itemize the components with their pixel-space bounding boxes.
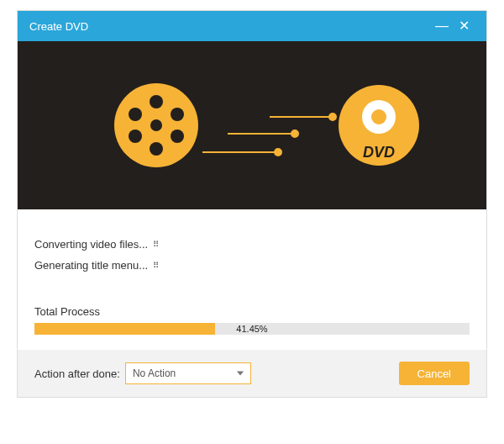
dialog-window: Create DVD — ✕ <box>17 10 487 398</box>
svg-point-1 <box>150 119 162 131</box>
progress-fill <box>34 323 215 335</box>
svg-point-7 <box>171 130 184 143</box>
select-value: No Action <box>133 367 176 379</box>
spinner-icon: ⠿ <box>153 261 158 270</box>
hero-illustration: DVD <box>18 41 486 209</box>
svg-point-11 <box>291 130 298 137</box>
progress-section: Total Process 41.45% <box>18 305 486 350</box>
action-after-done-label: Action after done: <box>34 367 120 380</box>
status-area: Converting video files... ⠿ Generating t… <box>18 209 486 305</box>
svg-point-13 <box>329 114 336 120</box>
progress-bar: 41.45% <box>34 323 470 335</box>
status-text: Generating title menu... <box>34 259 148 272</box>
close-button[interactable]: ✕ <box>453 19 475 33</box>
status-line-generating: Generating title menu... ⠿ <box>34 259 470 272</box>
svg-point-5 <box>171 108 184 121</box>
progress-label: Total Process <box>34 305 470 318</box>
progress-track: 41.45% <box>34 323 470 335</box>
footer-bar: Action after done: No Action Cancel <box>18 350 486 397</box>
svg-point-16 <box>371 109 386 124</box>
svg-point-4 <box>129 108 142 121</box>
chevron-down-icon <box>237 372 244 376</box>
progress-percent: 41.45% <box>236 323 267 335</box>
conversion-graphic: DVD <box>18 41 486 209</box>
dvd-disc-icon: DVD <box>339 85 419 166</box>
minimize-button[interactable]: — <box>431 19 453 33</box>
cancel-button[interactable]: Cancel <box>399 362 470 385</box>
status-text: Converting video files... <box>34 238 148 251</box>
spinner-icon: ⠿ <box>153 240 158 249</box>
window-title: Create DVD <box>29 20 431 33</box>
film-reel-icon <box>114 83 198 167</box>
action-after-done-select[interactable]: No Action <box>125 362 251 384</box>
svg-text:DVD: DVD <box>363 144 395 161</box>
svg-point-2 <box>150 95 163 108</box>
svg-point-3 <box>150 142 163 156</box>
svg-point-9 <box>275 149 281 156</box>
titlebar: Create DVD — ✕ <box>18 11 486 41</box>
svg-point-6 <box>129 130 142 143</box>
transfer-lines-icon <box>202 114 336 156</box>
status-line-converting: Converting video files... ⠿ <box>34 238 470 251</box>
